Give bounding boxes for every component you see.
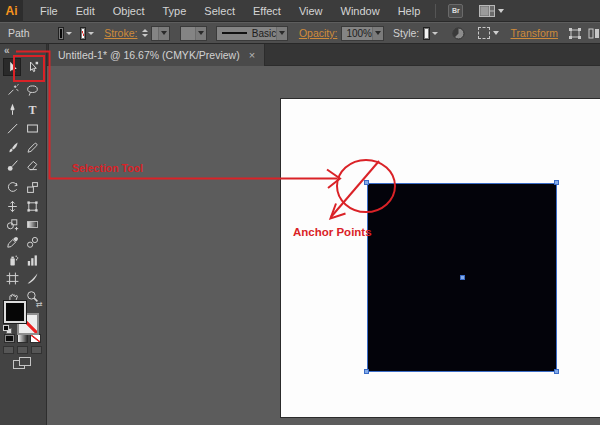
svg-text:T: T — [28, 103, 36, 116]
rotate-tool[interactable] — [3, 178, 21, 196]
scale-tool[interactable] — [23, 178, 41, 196]
draw-inside-button[interactable] — [31, 346, 42, 354]
tool-panel: « T ⇄ — [0, 44, 47, 425]
pen-tool[interactable] — [3, 100, 21, 118]
paintbrush-tool[interactable] — [3, 138, 21, 156]
transform-link[interactable]: Transform — [511, 27, 558, 39]
workspace-switcher[interactable] — [479, 5, 504, 17]
slice-tool[interactable] — [23, 269, 41, 287]
style-swatch[interactable] — [423, 27, 429, 40]
document-tab[interactable]: Untitled-1* @ 16.67% (CMYK/Preview) × — [48, 44, 265, 66]
width-tool[interactable] — [3, 197, 21, 215]
dropdown-arrow-icon[interactable] — [372, 27, 383, 40]
variable-width-dropdown[interactable] — [180, 26, 207, 41]
anchor-handle-top-left[interactable] — [364, 180, 369, 185]
stepper-down-icon[interactable] — [142, 34, 148, 37]
document-title: Untitled-1* @ 16.67% (CMYK/Preview) — [58, 49, 240, 61]
dropdown-arrow-icon[interactable] — [195, 27, 206, 40]
direct-selection-tool[interactable] — [23, 58, 41, 76]
selection-tool[interactable] — [3, 58, 21, 76]
panel-collapse-icon[interactable]: « — [4, 45, 10, 56]
rectangle-tool[interactable] — [23, 119, 41, 137]
bridge-icon[interactable]: Br — [448, 4, 463, 18]
magic-wand-tool[interactable] — [3, 81, 21, 99]
menu-item-object[interactable]: Object — [104, 0, 154, 22]
gradient-mode-button[interactable] — [17, 334, 28, 343]
brush-definition-dropdown[interactable]: Basic — [216, 26, 288, 41]
anchor-handle-bottom-right[interactable] — [554, 369, 559, 374]
stroke-weight-link[interactable]: Stroke: — [104, 27, 137, 39]
style-dropdown-icon[interactable] — [432, 32, 438, 35]
line-segment-tool[interactable] — [3, 119, 21, 137]
none-mode-button[interactable] — [30, 334, 41, 343]
menu-item-effect[interactable]: Effect — [244, 0, 290, 22]
anchor-handle-top-right[interactable] — [554, 180, 559, 185]
color-mode-button[interactable] — [4, 334, 15, 343]
menu-item-help[interactable]: Help — [389, 0, 430, 22]
blend-tool[interactable] — [23, 233, 41, 251]
default-fill-stroke-icon[interactable] — [3, 325, 12, 334]
opacity-dropdown[interactable]: 100% — [341, 26, 384, 41]
selection-type-label: Path — [8, 27, 30, 39]
shape-builder-tool[interactable] — [3, 215, 21, 233]
graph-tool[interactable] — [23, 251, 41, 269]
blob-brush-tool[interactable] — [3, 156, 21, 174]
control-bar: Path Stroke: Basic Opacity: 100% Style: — [0, 22, 600, 44]
eyedropper-tool[interactable] — [3, 233, 21, 251]
draw-normal-button[interactable] — [3, 346, 14, 354]
fill-color-swatch[interactable] — [58, 27, 64, 40]
isolate-object-icon[interactable] — [588, 27, 600, 40]
draw-behind-button[interactable] — [17, 346, 28, 354]
menu-item-type[interactable]: Type — [154, 0, 196, 22]
menubar-separator — [435, 4, 436, 18]
chevron-down-icon — [493, 31, 499, 35]
opacity-value: 100% — [346, 28, 372, 39]
center-point-handle[interactable] — [460, 275, 465, 280]
document-tab-bar: Untitled-1* @ 16.67% (CMYK/Preview) × — [0, 44, 600, 66]
menu-item-view[interactable]: View — [290, 0, 332, 22]
brush-name: Basic — [252, 28, 276, 39]
dropdown-arrow-icon[interactable] — [158, 27, 169, 40]
menu-item-file[interactable]: File — [31, 0, 67, 22]
anchor-handle-bottom-left[interactable] — [364, 369, 369, 374]
fill-dropdown-icon[interactable] — [66, 32, 72, 35]
artboard-tool[interactable] — [3, 269, 21, 287]
free-transform-tool[interactable] — [23, 197, 41, 215]
chevron-down-icon — [498, 9, 504, 13]
menu-item-window[interactable]: Window — [332, 0, 389, 22]
lasso-tool[interactable] — [23, 81, 41, 99]
workspace-icon — [479, 5, 495, 17]
bounding-box-icon[interactable] — [568, 27, 582, 40]
stepper-up-icon[interactable] — [142, 29, 148, 32]
gradient-tool[interactable] — [23, 215, 41, 233]
swap-fill-stroke-icon[interactable]: ⇄ — [36, 301, 43, 309]
style-label: Style: — [393, 27, 419, 39]
recolor-artwork-icon[interactable] — [452, 27, 465, 40]
stroke-weight-dropdown[interactable] — [151, 26, 169, 41]
symbol-sprayer-tool[interactable] — [3, 251, 21, 269]
app-logo: Ai — [0, 0, 23, 22]
pencil-tool[interactable] — [23, 138, 41, 156]
eraser-tool[interactable] — [23, 156, 41, 174]
tab-close-icon[interactable]: × — [249, 50, 255, 60]
fill-proxy-swatch[interactable] — [4, 301, 26, 323]
dropdown-arrow-icon[interactable] — [276, 27, 287, 40]
type-tool[interactable]: T — [23, 100, 41, 118]
screen-mode-button[interactable] — [13, 356, 31, 369]
illustrator-window: Ai FileEditObjectTypeSelectEffectViewWin… — [0, 0, 600, 425]
stroke-color-swatch[interactable] — [80, 27, 86, 40]
align-options-icon[interactable] — [478, 27, 499, 39]
stroke-dropdown-icon[interactable] — [88, 32, 94, 35]
menu-items: FileEditObjectTypeSelectEffectViewWindow… — [31, 0, 429, 22]
menu-item-select[interactable]: Select — [195, 0, 244, 22]
menu-bar: Ai FileEditObjectTypeSelectEffectViewWin… — [0, 0, 600, 22]
menu-item-edit[interactable]: Edit — [67, 0, 104, 22]
brush-stroke-preview — [222, 32, 247, 34]
stroke-weight-stepper[interactable] — [142, 29, 148, 37]
opacity-link[interactable]: Opacity: — [299, 27, 338, 39]
